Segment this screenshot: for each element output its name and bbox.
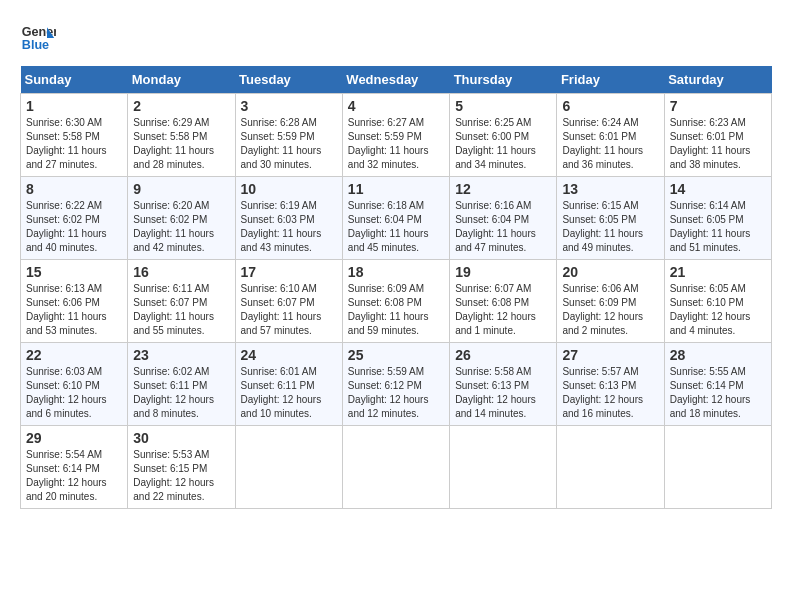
calendar-cell: 15 Sunrise: 6:13 AMSunset: 6:06 PMDaylig… [21,260,128,343]
calendar-cell: 1 Sunrise: 6:30 AMSunset: 5:58 PMDayligh… [21,94,128,177]
day-number: 12 [455,181,551,197]
calendar-cell: 23 Sunrise: 6:02 AMSunset: 6:11 PMDaylig… [128,343,235,426]
day-detail: Sunrise: 6:20 AMSunset: 6:02 PMDaylight:… [133,200,214,253]
day-detail: Sunrise: 6:05 AMSunset: 6:10 PMDaylight:… [670,283,751,336]
calendar-cell: 19 Sunrise: 6:07 AMSunset: 6:08 PMDaylig… [450,260,557,343]
day-detail: Sunrise: 6:27 AMSunset: 5:59 PMDaylight:… [348,117,429,170]
day-number: 13 [562,181,658,197]
day-number: 28 [670,347,766,363]
day-number: 27 [562,347,658,363]
day-detail: Sunrise: 6:25 AMSunset: 6:00 PMDaylight:… [455,117,536,170]
day-number: 18 [348,264,444,280]
day-number: 8 [26,181,122,197]
day-detail: Sunrise: 6:16 AMSunset: 6:04 PMDaylight:… [455,200,536,253]
day-detail: Sunrise: 6:01 AMSunset: 6:11 PMDaylight:… [241,366,322,419]
day-detail: Sunrise: 6:23 AMSunset: 6:01 PMDaylight:… [670,117,751,170]
day-number: 15 [26,264,122,280]
day-number: 21 [670,264,766,280]
day-number: 1 [26,98,122,114]
day-number: 4 [348,98,444,114]
calendar-cell [235,426,342,509]
day-detail: Sunrise: 6:30 AMSunset: 5:58 PMDaylight:… [26,117,107,170]
calendar-cell: 30 Sunrise: 5:53 AMSunset: 6:15 PMDaylig… [128,426,235,509]
calendar-week-3: 15 Sunrise: 6:13 AMSunset: 6:06 PMDaylig… [21,260,772,343]
calendar-cell: 11 Sunrise: 6:18 AMSunset: 6:04 PMDaylig… [342,177,449,260]
weekday-header-sunday: Sunday [21,66,128,94]
day-detail: Sunrise: 5:59 AMSunset: 6:12 PMDaylight:… [348,366,429,419]
calendar-cell: 7 Sunrise: 6:23 AMSunset: 6:01 PMDayligh… [664,94,771,177]
calendar-header: SundayMondayTuesdayWednesdayThursdayFrid… [21,66,772,94]
calendar-cell: 22 Sunrise: 6:03 AMSunset: 6:10 PMDaylig… [21,343,128,426]
calendar-cell: 9 Sunrise: 6:20 AMSunset: 6:02 PMDayligh… [128,177,235,260]
day-number: 11 [348,181,444,197]
calendar-cell: 18 Sunrise: 6:09 AMSunset: 6:08 PMDaylig… [342,260,449,343]
calendar-cell: 5 Sunrise: 6:25 AMSunset: 6:00 PMDayligh… [450,94,557,177]
day-number: 24 [241,347,337,363]
day-detail: Sunrise: 6:10 AMSunset: 6:07 PMDaylight:… [241,283,322,336]
day-number: 26 [455,347,551,363]
calendar-cell: 10 Sunrise: 6:19 AMSunset: 6:03 PMDaylig… [235,177,342,260]
calendar-cell: 27 Sunrise: 5:57 AMSunset: 6:13 PMDaylig… [557,343,664,426]
svg-text:Blue: Blue [22,38,49,52]
day-number: 16 [133,264,229,280]
calendar-cell: 29 Sunrise: 5:54 AMSunset: 6:14 PMDaylig… [21,426,128,509]
weekday-header-tuesday: Tuesday [235,66,342,94]
calendar-cell: 14 Sunrise: 6:14 AMSunset: 6:05 PMDaylig… [664,177,771,260]
calendar-cell [664,426,771,509]
calendar-cell: 26 Sunrise: 5:58 AMSunset: 6:13 PMDaylig… [450,343,557,426]
day-detail: Sunrise: 6:14 AMSunset: 6:05 PMDaylight:… [670,200,751,253]
calendar-week-2: 8 Sunrise: 6:22 AMSunset: 6:02 PMDayligh… [21,177,772,260]
calendar-week-4: 22 Sunrise: 6:03 AMSunset: 6:10 PMDaylig… [21,343,772,426]
calendar-cell: 20 Sunrise: 6:06 AMSunset: 6:09 PMDaylig… [557,260,664,343]
day-detail: Sunrise: 5:57 AMSunset: 6:13 PMDaylight:… [562,366,643,419]
day-number: 6 [562,98,658,114]
calendar-cell: 28 Sunrise: 5:55 AMSunset: 6:14 PMDaylig… [664,343,771,426]
page-header: General Blue [20,20,772,56]
calendar-cell [557,426,664,509]
day-detail: Sunrise: 6:07 AMSunset: 6:08 PMDaylight:… [455,283,536,336]
day-number: 3 [241,98,337,114]
day-detail: Sunrise: 6:09 AMSunset: 6:08 PMDaylight:… [348,283,429,336]
day-number: 9 [133,181,229,197]
weekday-header-monday: Monday [128,66,235,94]
day-detail: Sunrise: 6:24 AMSunset: 6:01 PMDaylight:… [562,117,643,170]
day-number: 23 [133,347,229,363]
day-number: 5 [455,98,551,114]
day-number: 17 [241,264,337,280]
day-detail: Sunrise: 5:55 AMSunset: 6:14 PMDaylight:… [670,366,751,419]
day-number: 20 [562,264,658,280]
weekday-header-friday: Friday [557,66,664,94]
day-number: 10 [241,181,337,197]
day-detail: Sunrise: 5:53 AMSunset: 6:15 PMDaylight:… [133,449,214,502]
calendar-cell: 25 Sunrise: 5:59 AMSunset: 6:12 PMDaylig… [342,343,449,426]
calendar-cell: 21 Sunrise: 6:05 AMSunset: 6:10 PMDaylig… [664,260,771,343]
day-number: 22 [26,347,122,363]
day-number: 2 [133,98,229,114]
day-number: 29 [26,430,122,446]
day-detail: Sunrise: 6:03 AMSunset: 6:10 PMDaylight:… [26,366,107,419]
calendar-body: 1 Sunrise: 6:30 AMSunset: 5:58 PMDayligh… [21,94,772,509]
day-number: 14 [670,181,766,197]
day-detail: Sunrise: 6:06 AMSunset: 6:09 PMDaylight:… [562,283,643,336]
day-number: 30 [133,430,229,446]
calendar-cell: 17 Sunrise: 6:10 AMSunset: 6:07 PMDaylig… [235,260,342,343]
weekday-header-saturday: Saturday [664,66,771,94]
day-detail: Sunrise: 6:18 AMSunset: 6:04 PMDaylight:… [348,200,429,253]
day-detail: Sunrise: 6:11 AMSunset: 6:07 PMDaylight:… [133,283,214,336]
day-number: 25 [348,347,444,363]
logo-icon: General Blue [20,20,56,56]
calendar-cell [450,426,557,509]
day-detail: Sunrise: 6:19 AMSunset: 6:03 PMDaylight:… [241,200,322,253]
day-detail: Sunrise: 5:58 AMSunset: 6:13 PMDaylight:… [455,366,536,419]
calendar-cell [342,426,449,509]
calendar-cell: 3 Sunrise: 6:28 AMSunset: 5:59 PMDayligh… [235,94,342,177]
day-detail: Sunrise: 6:13 AMSunset: 6:06 PMDaylight:… [26,283,107,336]
day-detail: Sunrise: 6:22 AMSunset: 6:02 PMDaylight:… [26,200,107,253]
day-detail: Sunrise: 5:54 AMSunset: 6:14 PMDaylight:… [26,449,107,502]
day-number: 19 [455,264,551,280]
weekday-header-thursday: Thursday [450,66,557,94]
calendar-week-1: 1 Sunrise: 6:30 AMSunset: 5:58 PMDayligh… [21,94,772,177]
logo: General Blue [20,20,56,56]
calendar-cell: 8 Sunrise: 6:22 AMSunset: 6:02 PMDayligh… [21,177,128,260]
calendar-cell: 12 Sunrise: 6:16 AMSunset: 6:04 PMDaylig… [450,177,557,260]
